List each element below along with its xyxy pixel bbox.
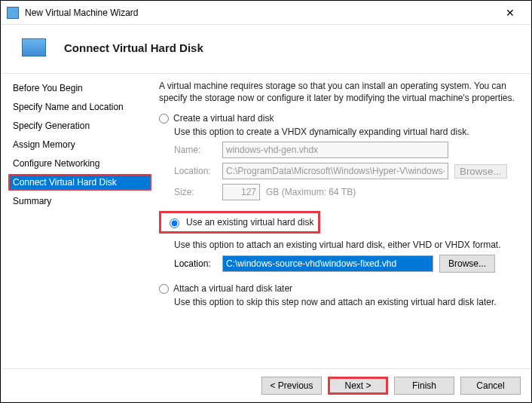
intro-text: A virtual machine requires storage so th… (159, 80, 515, 104)
radio-existing-label: Use an existing virtual hard disk (186, 217, 313, 227)
wizard-window: New Virtual Machine Wizard ✕ Connect Vir… (0, 0, 532, 403)
radio-create[interactable] (159, 114, 169, 124)
previous-button[interactable]: < Previous (261, 377, 322, 395)
location-input-create (222, 163, 448, 179)
create-desc: Use this option to create a VHDX dynamic… (174, 127, 515, 137)
hard-disk-icon (22, 38, 46, 56)
step-before-you-begin[interactable]: Before You Begin (8, 80, 151, 96)
titlebar: New Virtual Machine Wizard ✕ (1, 1, 531, 25)
page-title: Connect Virtual Hard Disk (64, 41, 203, 54)
later-desc: Use this option to skip this step now an… (174, 297, 515, 307)
radio-later-label: Attach a virtual hard disk later (173, 283, 292, 294)
footer: < Previous Next > Finish Cancel (1, 368, 531, 402)
step-assign-memory[interactable]: Assign Memory (8, 136, 151, 153)
finish-button[interactable]: Finish (394, 377, 454, 395)
window-title: New Virtual Machine Wizard (25, 8, 495, 18)
option-later: Attach a virtual hard disk later Use thi… (159, 283, 515, 307)
size-suffix: GB (Maximum: 64 TB) (266, 187, 356, 197)
size-input (222, 184, 260, 200)
browse-button-existing[interactable]: Browse... (439, 255, 495, 273)
app-icon (7, 7, 19, 19)
location-label-create: Location: (174, 166, 216, 176)
location-label-existing: Location: (174, 258, 216, 269)
cancel-button[interactable]: Cancel (460, 377, 521, 395)
close-button[interactable]: ✕ (495, 2, 525, 23)
step-connect-vhd[interactable]: Connect Virtual Hard Disk (8, 174, 151, 191)
radio-existing[interactable] (170, 218, 179, 228)
option-create: Create a virtual hard disk Use this opti… (159, 113, 515, 200)
step-configure-networking[interactable]: Configure Networking (8, 155, 151, 172)
wizard-header: Connect Virtual Hard Disk (1, 25, 531, 73)
step-specify-name[interactable]: Specify Name and Location (8, 99, 151, 115)
name-label: Name: (174, 145, 216, 155)
size-label: Size: (174, 187, 216, 197)
step-specify-generation[interactable]: Specify Generation (8, 118, 151, 134)
sidebar: Before You Begin Specify Name and Locati… (1, 74, 151, 368)
next-button[interactable]: Next > (328, 377, 388, 395)
step-summary[interactable]: Summary (8, 193, 151, 209)
location-input-existing[interactable] (222, 255, 433, 272)
name-input (222, 142, 448, 158)
browse-button-create: Browse... (454, 164, 507, 179)
main-panel: A virtual machine requires storage so th… (151, 74, 531, 368)
radio-later[interactable] (159, 284, 169, 294)
existing-desc: Use this option to attach an existing vi… (174, 240, 515, 250)
wizard-body: Before You Begin Specify Name and Locati… (1, 73, 531, 368)
option-existing: Use an existing virtual hard disk Use th… (159, 211, 515, 273)
radio-create-label: Create a virtual hard disk (173, 113, 274, 124)
